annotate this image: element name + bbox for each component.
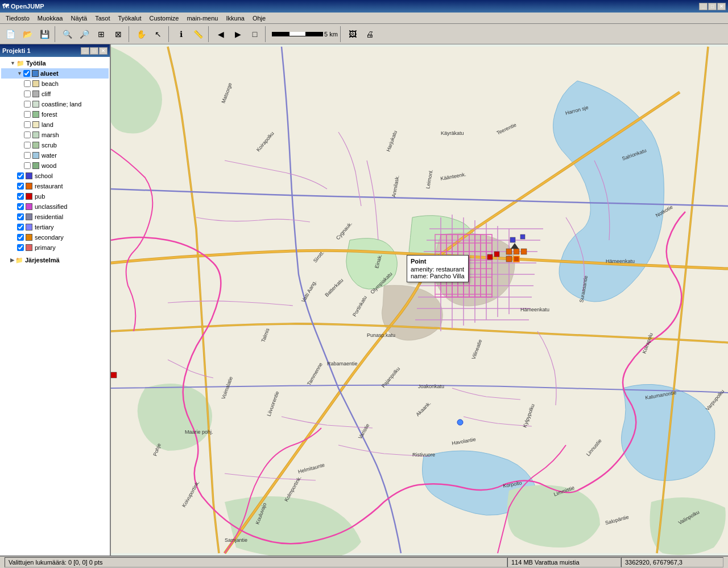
layer-forest[interactable]: forest xyxy=(1,109,109,120)
workspace-folder-icon: 📁 xyxy=(16,60,24,67)
menu-tyokalut[interactable]: Työkalut xyxy=(114,14,144,23)
coastline-color xyxy=(32,101,39,108)
wood-checkbox[interactable] xyxy=(24,162,31,169)
secondary-checkbox[interactable] xyxy=(17,234,24,241)
select-button[interactable]: ↖ xyxy=(150,26,166,42)
layer-residential[interactable]: residential xyxy=(1,212,109,222)
layer-scrub[interactable]: scrub xyxy=(1,140,109,150)
layer-secondary[interactable]: secondary xyxy=(1,232,109,242)
beach-checkbox[interactable] xyxy=(24,80,31,87)
layer-group-alueet[interactable]: ▼ alueet xyxy=(1,68,109,79)
system-expand-icon: ▶ xyxy=(10,257,14,263)
menu-nayta[interactable]: Näytä xyxy=(67,14,90,23)
layer-unclassified[interactable]: unclassified xyxy=(1,201,109,212)
layer-cliff[interactable]: cliff xyxy=(1,89,109,99)
wood-color xyxy=(32,162,39,169)
school-checkbox[interactable] xyxy=(17,172,24,179)
layer-land[interactable]: land xyxy=(1,120,109,130)
poi-restaurant-1 xyxy=(506,249,512,254)
export-button[interactable]: 🖼 xyxy=(345,26,361,42)
toolbar: 📄 📂 💾 🔍 🔎 ⊞ ⊠ ✋ ↖ ℹ 📏 ◀ ▶ □ 5 km 🖼 🖨 xyxy=(0,24,728,44)
menu-customize[interactable]: Customize xyxy=(146,14,182,23)
poi-left-marker xyxy=(111,372,117,378)
land-checkbox[interactable] xyxy=(24,121,31,128)
primary-label: primary xyxy=(35,244,56,251)
unclassified-label: unclassified xyxy=(35,203,67,210)
project-maximize[interactable]: □ xyxy=(90,47,98,55)
print-button[interactable]: 🖨 xyxy=(362,26,378,42)
minimize-button[interactable]: _ xyxy=(699,3,708,10)
unclassified-checkbox[interactable] xyxy=(17,203,24,210)
layer-primary[interactable]: primary xyxy=(1,242,109,253)
residential-checkbox[interactable] xyxy=(17,213,24,220)
alueet-checkbox[interactable] xyxy=(23,70,30,77)
project-close[interactable]: ✕ xyxy=(99,47,107,55)
layer-school[interactable]: school xyxy=(1,171,109,181)
tertiary-color xyxy=(26,224,32,231)
water-checkbox[interactable] xyxy=(24,152,31,159)
menu-main-menu[interactable]: main-menu xyxy=(183,14,221,23)
coastline-checkbox[interactable] xyxy=(24,101,31,108)
road-label-kayrakatu: Käyräkatu xyxy=(441,130,464,136)
status-selection: Valittujen lukumäärä: 0 [0, 0] 0 pts xyxy=(5,557,507,567)
zoom-full-button[interactable]: ⊠ xyxy=(110,26,126,42)
zoom-extent-button[interactable]: ⊞ xyxy=(93,26,109,42)
land-label: land xyxy=(42,121,53,128)
map-area[interactable]: Teerentie Käänteenk. Hämeenkatu Portinka… xyxy=(111,44,728,555)
beach-label: beach xyxy=(42,80,59,87)
residential-label: residential xyxy=(35,213,63,220)
close-button[interactable]: ✕ xyxy=(717,3,726,10)
pan-button[interactable]: ✋ xyxy=(133,26,149,42)
tree-view[interactable]: ▼ 📁 Työtila ▼ alueet beach xyxy=(0,57,110,555)
layer-tertiary[interactable]: tertiary xyxy=(1,222,109,232)
coastline-label: coastline; land xyxy=(42,101,81,108)
layer-beach[interactable]: beach xyxy=(1,79,109,89)
memory-text: 114 MB Varattua muistia xyxy=(511,559,580,566)
maximize-button[interactable]: □ xyxy=(708,3,717,10)
save-button[interactable]: 💾 xyxy=(36,26,52,42)
menu-muokkaa[interactable]: Muokkaa xyxy=(34,14,67,23)
layer-marsh[interactable]: marsh xyxy=(1,130,109,140)
marsh-checkbox[interactable] xyxy=(24,131,31,138)
menu-bar: Tiedosto Muokkaa Näytä Tasot Työkalut Cu… xyxy=(0,13,728,24)
scale-bar: 5 km xyxy=(272,31,338,38)
menu-tiedosto[interactable]: Tiedosto xyxy=(2,14,33,23)
menu-ohje[interactable]: Ohje xyxy=(249,14,269,23)
menu-tasot[interactable]: Tasot xyxy=(92,14,113,23)
layer-pub[interactable]: pub xyxy=(1,191,109,201)
system-row[interactable]: ▶ 📁 Järjestelmä xyxy=(1,255,109,265)
app-icon: 🗺 xyxy=(2,3,9,10)
layer-wood[interactable]: wood xyxy=(1,160,109,171)
square-button[interactable]: □ xyxy=(247,26,263,42)
poi-restaurant-selected[interactable] xyxy=(514,256,519,262)
primary-checkbox[interactable] xyxy=(17,244,24,251)
workspace-row[interactable]: ▼ 📁 Työtila xyxy=(1,58,109,68)
scrub-checkbox[interactable] xyxy=(24,142,31,149)
pub-checkbox[interactable] xyxy=(17,193,24,200)
measure-button[interactable]: 📏 xyxy=(190,26,206,42)
project-controls: _ □ ✕ xyxy=(81,47,107,55)
project-minimize[interactable]: _ xyxy=(81,47,89,55)
forward-button[interactable]: ▶ xyxy=(230,26,246,42)
separator-5 xyxy=(265,26,267,42)
forest-checkbox[interactable] xyxy=(24,111,31,118)
alueet-color-icon xyxy=(32,70,39,77)
pub-label: pub xyxy=(35,193,45,200)
layer-water[interactable]: water xyxy=(1,150,109,160)
cliff-checkbox[interactable] xyxy=(24,90,31,97)
road-label-ristivuo: Ristivuore xyxy=(412,452,435,458)
restaurant-checkbox[interactable] xyxy=(17,183,24,190)
back-button[interactable]: ◀ xyxy=(213,26,229,42)
open-button[interactable]: 📂 xyxy=(19,26,35,42)
zoom-in-button[interactable]: 🔍 xyxy=(59,26,75,42)
zoom-out-button[interactable]: 🔎 xyxy=(76,26,92,42)
beach-color xyxy=(32,80,39,87)
school-color xyxy=(26,172,32,179)
new-button[interactable]: 📄 xyxy=(2,26,18,42)
layer-coastline[interactable]: coastline; land xyxy=(1,99,109,109)
menu-ikkuna[interactable]: Ikkuna xyxy=(222,14,247,23)
info-button[interactable]: ℹ xyxy=(173,26,189,42)
title-bar-left: 🗺 OpenJUMP xyxy=(2,3,44,10)
tertiary-checkbox[interactable] xyxy=(17,224,24,231)
layer-restaurant[interactable]: restaurant xyxy=(1,181,109,191)
